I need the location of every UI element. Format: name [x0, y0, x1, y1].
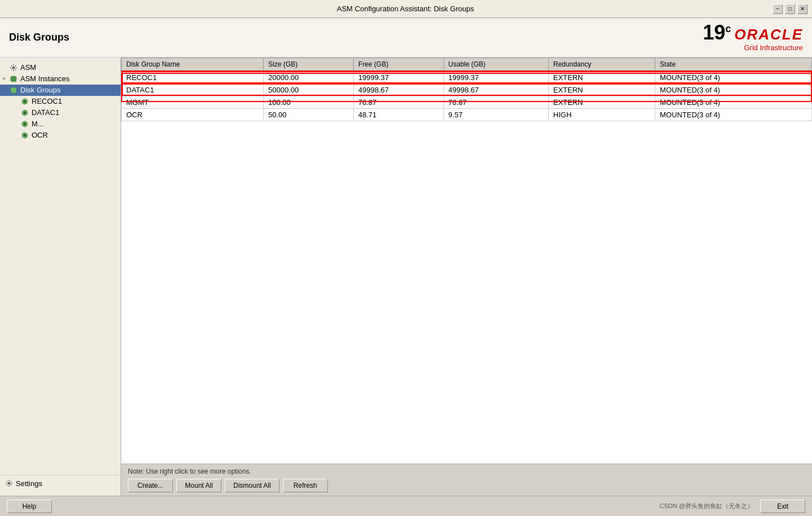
sidebar-item-recoc1[interactable]: RECOC1	[0, 96, 121, 107]
table-wrapper: Disk Group Name Size (GB) Free (GB) Usab…	[121, 58, 812, 121]
oracle-name: ORACLE	[734, 26, 803, 43]
button-row: Create... Mount All Dismount All Refresh	[128, 479, 805, 492]
sidebar-label-diskgroups: Disk Groups	[20, 86, 61, 94]
table-row[interactable]: DATAC1 50000.00 49998.67 49998.67 EXTERN…	[122, 83, 812, 96]
table-row[interactable]: OCR 50.00 48.71 9.57 HIGH MOUNTED(3 of 4…	[122, 108, 812, 121]
sidebar-item-asm-instances[interactable]: + ASM Instances	[0, 73, 121, 85]
sidebar: ASM + ASM Instances -	[0, 58, 121, 496]
cell-size: 100.00	[264, 96, 354, 108]
gear-icon	[9, 63, 18, 72]
disk-groups-table: Disk Group Name Size (GB) Free (GB) Usab…	[121, 58, 812, 121]
cell-state: MOUNTED(3 of 4)	[655, 108, 812, 121]
cell-size: 20000.00	[264, 71, 354, 84]
note-text: Note: Use right click to see more option…	[128, 468, 805, 475]
refresh-button[interactable]: Refresh	[283, 479, 328, 492]
help-button[interactable]: Help	[7, 500, 52, 513]
table-body: RECOC1 20000.00 19999.37 19999.37 EXTERN…	[122, 71, 812, 121]
cell-size: 50000.00	[264, 83, 354, 96]
col-state: State	[655, 58, 812, 71]
sidebar-settings: Settings	[0, 475, 121, 491]
create-button[interactable]: Create...	[128, 479, 173, 492]
sidebar-label-asm: ASM	[20, 63, 36, 72]
oracle-sub: Grid Infrastructure	[744, 43, 803, 52]
maximize-button[interactable]: □	[785, 4, 795, 14]
window-title: ASM Configuration Assistant: Disk Groups	[38, 5, 773, 13]
cell-usable: 19999.37	[443, 71, 548, 84]
sidebar-item-ocr[interactable]: OCR	[0, 130, 121, 141]
svg-point-11	[8, 482, 11, 485]
svg-point-10	[24, 134, 26, 136]
sidebar-item-datac1[interactable]: DATAC1	[0, 107, 121, 118]
oracle-logo: 19c ORACLE Grid Infrastructure	[703, 23, 803, 52]
leaf-icon-recoc1	[20, 97, 29, 106]
col-redundancy: Redundancy	[548, 58, 655, 71]
page-title: Disk Groups	[9, 32, 69, 43]
leaf-icon-datac1	[20, 108, 29, 117]
version-number: 19c	[703, 23, 731, 43]
minimize-button[interactable]: −	[773, 4, 783, 14]
expand-icon-minus: -	[2, 87, 9, 93]
cell-usable: 76.87	[443, 96, 548, 108]
sidebar-item-m[interactable]: M...	[0, 118, 121, 130]
sidebar-label-instances: ASM Instances	[20, 74, 69, 83]
footer-bar: Help CSDN @胖头鱼的鱼缸（无冬之） Exit	[0, 496, 812, 516]
cell-state: MOUNTED(3 of 4)	[655, 71, 812, 84]
header-area: Disk Groups 19c ORACLE Grid Infrastructu…	[0, 18, 812, 58]
cell-name: MGMT	[122, 96, 264, 108]
col-free: Free (GB)	[353, 58, 443, 71]
cell-redundancy: HIGH	[548, 108, 655, 121]
window-controls: − □ ✕	[773, 4, 807, 14]
table-header: Disk Group Name Size (GB) Free (GB) Usab…	[122, 58, 812, 71]
cell-free: 48.71	[353, 108, 443, 121]
cell-redundancy: EXTERN	[548, 71, 655, 84]
sidebar-label-datac1: DATAC1	[32, 108, 59, 117]
content-area: ASM + ASM Instances -	[0, 58, 812, 496]
table-row[interactable]: RECOC1 20000.00 19999.37 19999.37 EXTERN…	[122, 71, 812, 84]
main-window: Disk Groups 19c ORACLE Grid Infrastructu…	[0, 18, 812, 516]
table-area: Disk Group Name Size (GB) Free (GB) Usab…	[121, 58, 812, 464]
table-row[interactable]: MGMT 100.00 76.87 76.87 EXTERN MOUNTED(3…	[122, 96, 812, 108]
main-panel: Disk Group Name Size (GB) Free (GB) Usab…	[121, 58, 812, 496]
cell-state: MOUNTED(3 of 4)	[655, 96, 812, 108]
col-size: Size (GB)	[264, 58, 354, 71]
sidebar-tree: ASM + ASM Instances -	[0, 62, 121, 475]
col-usable: Usable (GB)	[443, 58, 548, 71]
mount-all-button[interactable]: Mount All	[176, 479, 221, 492]
cell-free: 76.87	[353, 96, 443, 108]
bottom-area: Note: Use right click to see more option…	[121, 464, 812, 496]
sidebar-label-ocr: OCR	[32, 131, 48, 139]
settings-label: Settings	[16, 479, 42, 488]
expand-icon	[2, 64, 9, 70]
cell-free: 49998.67	[353, 83, 443, 96]
cell-usable: 9.57	[443, 108, 548, 121]
cell-name: DATAC1	[122, 83, 264, 96]
logo-brand: ORACLE Grid Infrastructure	[734, 26, 803, 52]
cell-state: MOUNTED(3 of 4)	[655, 83, 812, 96]
leaf-icon-ocr	[20, 131, 29, 140]
exit-button[interactable]: Exit	[760, 500, 805, 513]
sidebar-label-recoc1: RECOC1	[32, 97, 62, 105]
settings-item[interactable]: Settings	[2, 478, 118, 489]
svg-point-4	[24, 100, 26, 103]
title-bar: ASM Configuration Assistant: Disk Groups…	[0, 0, 812, 18]
cell-redundancy: EXTERN	[548, 83, 655, 96]
settings-gear-icon	[5, 479, 14, 488]
svg-point-6	[24, 112, 26, 114]
cell-free: 19999.37	[353, 71, 443, 84]
dismount-all-button[interactable]: Dismount All	[225, 479, 279, 492]
leaf-icon-m	[20, 120, 29, 129]
header-row: Disk Group Name Size (GB) Free (GB) Usab…	[122, 58, 812, 71]
cell-size: 50.00	[264, 108, 354, 121]
close-button[interactable]: ✕	[797, 4, 807, 14]
db-icon-diskgroups	[9, 86, 18, 95]
db-icon-instances	[9, 74, 18, 83]
watermark-text: CSDN @胖头鱼的鱼缸（无冬之）	[660, 502, 753, 510]
cell-usable: 49998.67	[443, 83, 548, 96]
cell-name: OCR	[122, 108, 264, 121]
sidebar-item-asm[interactable]: ASM	[0, 62, 121, 73]
svg-point-8	[24, 123, 26, 125]
sidebar-item-disk-groups[interactable]: - Disk Groups	[0, 85, 121, 96]
col-name: Disk Group Name	[122, 58, 264, 71]
cell-name: RECOC1	[122, 71, 264, 84]
cell-redundancy: EXTERN	[548, 96, 655, 108]
